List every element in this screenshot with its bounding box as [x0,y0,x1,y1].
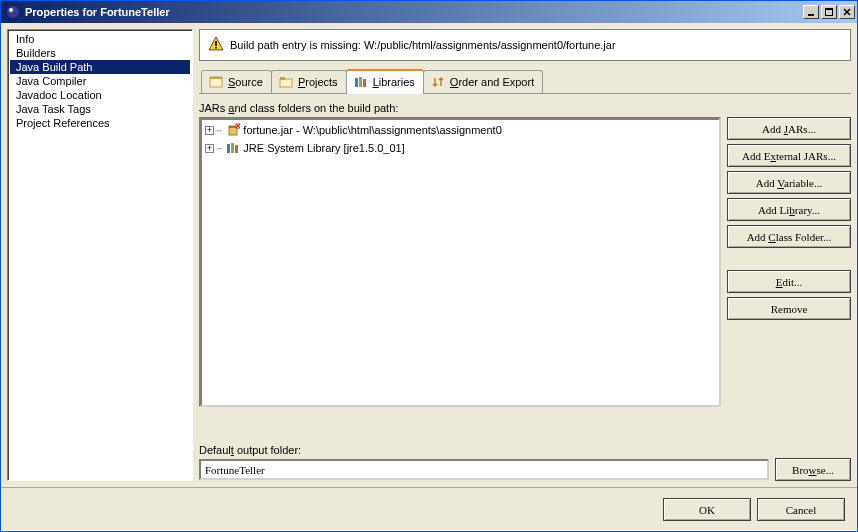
expand-icon[interactable]: + [205,126,214,135]
svg-rect-12 [280,79,292,87]
ok-button[interactable]: OK [663,498,751,521]
dialog-content: Info Builders Java Build Path Java Compi… [1,23,857,487]
warning-text: Build path entry is missing: W:/public/h… [230,39,616,51]
expand-icon[interactable]: + [205,144,214,153]
warning-icon [208,36,224,54]
source-icon [208,74,224,90]
sidebar-item-javadoc-location[interactable]: Javadoc Location [10,88,190,102]
sidebar-item-builders[interactable]: Builders [10,46,190,60]
tree-item-fortune-jar[interactable]: + ··· fortune.jar - W:\public\html\assig… [203,121,717,139]
svg-point-0 [7,6,19,18]
tab-libraries[interactable]: Libraries [346,69,424,94]
projects-icon [278,74,294,90]
dialog-footer: OK Cancel [1,487,857,531]
window-title: Properties for FortuneTeller [25,6,803,18]
jar-tree[interactable]: + ··· fortune.jar - W:\public\html\assig… [199,117,721,407]
svg-rect-24 [235,145,238,153]
sidebar-item-info[interactable]: Info [10,32,190,46]
add-variable-button[interactable]: Add Variable... [727,171,851,194]
maximize-button[interactable] [821,5,837,19]
tab-projects[interactable]: Projects [271,70,347,93]
cancel-button[interactable]: Cancel [757,498,845,521]
sidebar-item-java-task-tags[interactable]: Java Task Tags [10,102,190,116]
output-folder-label: Default output folder: [199,444,851,456]
sidebar-item-java-compiler[interactable]: Java Compiler [10,74,190,88]
library-icon [225,140,241,156]
add-external-jars-button[interactable]: Add External JARs... [727,144,851,167]
svg-rect-23 [231,143,234,153]
sidebar-item-project-references[interactable]: Project References [10,116,190,130]
close-button[interactable] [839,5,855,19]
sidebar-item-java-build-path[interactable]: Java Build Path [10,60,190,74]
tab-bar: Source Projects Libraries Order and Expo… [199,69,851,94]
add-library-button[interactable]: Add Library... [727,198,851,221]
svg-rect-9 [215,47,217,49]
svg-rect-11 [210,77,222,79]
jar-list-label: JARs and class folders on the build path… [199,102,851,114]
right-pane: Build path entry is missing: W:/public/h… [199,29,851,481]
titlebar: Properties for FortuneTeller [1,1,857,23]
tab-order-export[interactable]: Order and Export [423,70,543,93]
order-icon [430,74,446,90]
svg-rect-16 [363,79,366,87]
edit-button[interactable]: Edit... [727,270,851,293]
warning-banner: Build path entry is missing: W:/public/h… [199,29,851,61]
add-jars-button[interactable]: Add JARs... [727,117,851,140]
svg-rect-8 [215,41,217,46]
libraries-panel: JARs and class folders on the build path… [199,98,851,481]
tree-item-jre[interactable]: + ··· JRE System Library [jre1.5.0_01] [203,139,717,157]
category-tree[interactable]: Info Builders Java Build Path Java Compi… [7,29,193,481]
svg-rect-2 [808,14,814,16]
svg-rect-15 [359,77,362,87]
svg-rect-14 [355,78,358,87]
tree-item-label: JRE System Library [jre1.5.0_01] [243,142,404,154]
libraries-icon [353,74,369,90]
svg-point-1 [9,8,13,12]
svg-rect-4 [825,8,833,10]
tab-source[interactable]: Source [201,70,272,93]
jar-icon [225,122,241,138]
tree-item-label: fortune.jar - W:\public\html\assignments… [243,124,501,136]
button-column: Add JARs... Add External JARs... Add Var… [727,117,851,438]
browse-button[interactable]: Browse... [775,458,851,481]
output-folder-input[interactable] [199,459,769,480]
remove-button[interactable]: Remove [727,297,851,320]
window-controls [803,5,855,19]
add-class-folder-button[interactable]: Add Class Folder... [727,225,851,248]
app-icon [5,4,21,20]
svg-rect-13 [280,77,285,80]
properties-dialog: Properties for FortuneTeller Info Builde… [0,0,858,532]
minimize-button[interactable] [803,5,819,19]
svg-rect-22 [227,144,230,153]
output-folder-section: Default output folder: Browse... [199,444,851,481]
